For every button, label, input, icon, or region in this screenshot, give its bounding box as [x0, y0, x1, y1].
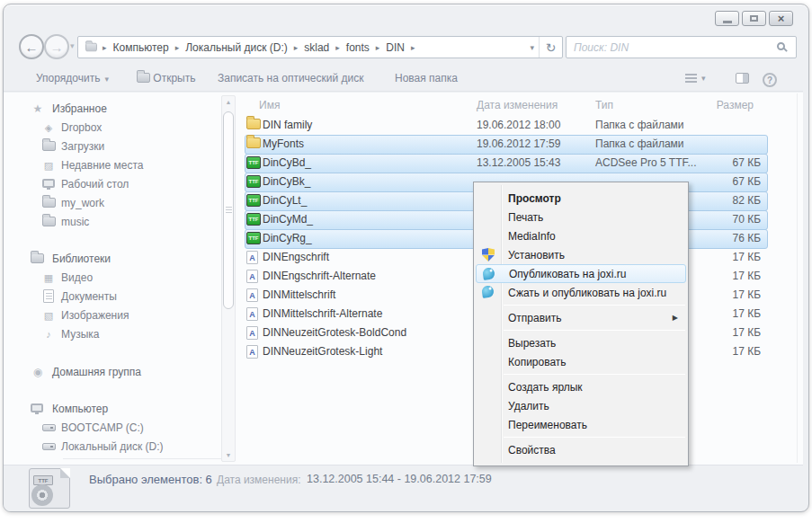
- open-folder-icon: [137, 73, 150, 83]
- preview-pane-icon: [736, 73, 749, 84]
- sidebar-item-dropbox[interactable]: ◈Dropbox: [18, 119, 218, 137]
- column-header-date[interactable]: Дата изменения: [477, 96, 558, 114]
- sidebar-divider: [63, 458, 225, 459]
- column-header-name[interactable]: Имя: [259, 96, 280, 114]
- sidebar-item-my-work[interactable]: my_work: [18, 194, 218, 213]
- breadcrumb-separator-icon: ▸: [371, 43, 385, 52]
- back-button[interactable]: ←: [19, 34, 44, 59]
- menu-item-create-shortcut[interactable]: Создать ярлык: [476, 377, 686, 396]
- menu-item-cut[interactable]: Вырезать: [476, 333, 686, 352]
- sidebar-item-music-library[interactable]: ♪Музыка: [18, 325, 218, 344]
- menu-item-copy[interactable]: Копировать: [476, 352, 686, 371]
- scroll-up-icon[interactable]: ▲: [222, 99, 235, 105]
- folder-icon: [246, 137, 261, 148]
- sidebar-item-downloads[interactable]: Загрузки: [18, 137, 218, 156]
- menu-item-mediainfo[interactable]: MediaInfo: [476, 226, 686, 245]
- forward-button[interactable]: →: [44, 34, 69, 59]
- sidebar-item-desktop[interactable]: Рабочий стол: [18, 175, 218, 194]
- file-size: 82 КБ: [689, 191, 761, 210]
- menu-item-rename[interactable]: Переименовать: [476, 415, 686, 434]
- menu-item-print[interactable]: Печать: [476, 208, 686, 226]
- menu-item-install[interactable]: Установить: [476, 245, 686, 264]
- sidebar-item-recent-places[interactable]: ▨Недавние места: [18, 156, 218, 175]
- file-size: [689, 116, 761, 135]
- column-header-size[interactable]: Размер: [689, 96, 761, 114]
- font-file-icon: A: [246, 251, 258, 264]
- font-file-icon: A: [246, 345, 258, 359]
- dropdown-icon: ▾: [104, 75, 109, 84]
- menu-item-zip-publish-joxi[interactable]: Сжать и опубликовать на joxi.ru: [476, 283, 686, 302]
- sidebar-item-music-folder[interactable]: music: [18, 213, 218, 232]
- new-folder-button[interactable]: Новая папка: [395, 65, 458, 92]
- scrollbar-thumb[interactable]: [223, 111, 234, 309]
- file-row[interactable]: DIN family 19.06.2012 18:00 Папка с файл…: [243, 116, 797, 135]
- close-button[interactable]: ×: [769, 11, 793, 26]
- search-input[interactable]: [574, 38, 767, 57]
- scroll-down-icon[interactable]: ▼: [222, 452, 235, 458]
- minimize-button[interactable]: [715, 11, 739, 26]
- recent-places-icon: ▨: [41, 156, 56, 175]
- file-size: 70 КБ: [689, 210, 761, 229]
- address-bar[interactable]: ▸ Компьютер ▸ Локальный диск (D:) ▸ skla…: [77, 36, 563, 58]
- sidebar-item-videos[interactable]: ▦Видео: [18, 269, 218, 288]
- breadcrumb-computer[interactable]: Компьютер: [112, 41, 171, 54]
- breadcrumb-disk-d[interactable]: Локальный диск (D:): [183, 41, 290, 54]
- menu-separator: [504, 374, 685, 375]
- breadcrumb-separator-icon: ▸: [290, 43, 303, 52]
- menu-item-publish-joxi[interactable]: Опубликовать на joxi.ru: [476, 264, 686, 283]
- file-size: 17 КБ: [689, 342, 761, 361]
- ttf-file-icon: TTF: [246, 213, 261, 226]
- navigation-pane: ★Избранное ◈Dropbox Загрузки ▨Недавние м…: [18, 100, 218, 457]
- file-name: DINNeuzeitGrotesk-BoldCond: [263, 324, 406, 342]
- file-name: DINEngschrift: [263, 248, 329, 267]
- sidebar-item-documents[interactable]: Документы: [18, 288, 218, 306]
- joxi-bird-icon: [482, 267, 495, 280]
- file-row-selected[interactable]: TTF DinCyBd_ 13.12.2005 15:43 ACDSee Pro…: [243, 154, 797, 173]
- preview-pane-button[interactable]: [736, 73, 749, 84]
- folder-icon: [42, 198, 56, 208]
- change-view-button[interactable]: ▾: [685, 73, 706, 83]
- breadcrumb-fonts[interactable]: fonts: [344, 41, 371, 54]
- menu-item-preview[interactable]: Просмотр: [476, 189, 686, 208]
- status-bar: TTF Выбрано элементов: 6 Дата изменения:…: [4, 465, 803, 511]
- file-name: DinCyMd_: [263, 210, 313, 229]
- open-button[interactable]: Открыть: [137, 65, 195, 92]
- breadcrumb-sklad[interactable]: sklad: [302, 41, 331, 54]
- menu-item-properties[interactable]: Свойства: [476, 440, 686, 459]
- dropdown-icon: ▾: [701, 74, 706, 83]
- sidebar-item-pictures[interactable]: ▧Изображения: [18, 306, 218, 325]
- file-name: DinCyBk_: [263, 173, 310, 191]
- menu-item-send-to[interactable]: Отправить▶: [476, 308, 686, 327]
- libraries-icon: [31, 253, 44, 263]
- burn-button[interactable]: Записать на оптический диск: [218, 65, 364, 92]
- organize-button[interactable]: Упорядочить▾: [36, 65, 109, 92]
- modified-value: 13.12.2005 15:44 - 19.06.2012 17:59: [307, 473, 492, 485]
- file-name: DINNeuzeitGrotesk-Light: [263, 342, 382, 361]
- drive-icon: [42, 443, 56, 450]
- help-button[interactable]: ?: [763, 73, 777, 87]
- video-library-icon: ▦: [41, 269, 56, 288]
- file-type: Папка с файлами: [595, 116, 684, 135]
- file-size: 67 КБ: [689, 173, 761, 191]
- recent-pages-dropdown-icon[interactable]: ▾: [70, 41, 75, 50]
- list-view-icon: [685, 73, 697, 83]
- refresh-button[interactable]: ↻: [539, 37, 562, 58]
- file-row-selected[interactable]: MyFonts 19.06.2012 17:59 Папка с файлами: [243, 135, 797, 154]
- file-name: DinCyLt_: [263, 191, 307, 210]
- sidebar-group-homegroup[interactable]: ◉Домашняя группа: [18, 363, 218, 382]
- address-history-dropdown-icon[interactable]: ▾: [530, 43, 534, 52]
- menu-item-delete[interactable]: Удалить: [476, 396, 686, 415]
- file-date: 13.12.2005 15:43: [477, 154, 560, 173]
- content-right-divider: [797, 93, 798, 463]
- sidebar-item-local-disk-d[interactable]: Локальный диск (D:): [18, 438, 218, 457]
- font-file-icon: A: [246, 288, 258, 302]
- sidebar-group-computer[interactable]: Компьютер: [18, 400, 218, 419]
- file-name: MyFonts: [263, 135, 304, 154]
- sidebar-item-bootcamp-c[interactable]: BOOTCAMP (C:): [18, 419, 218, 438]
- maximize-button[interactable]: [742, 11, 766, 26]
- sidebar-group-favorites[interactable]: ★Избранное: [18, 100, 218, 119]
- nav-pane-scrollbar[interactable]: ▲ ▼: [221, 95, 236, 462]
- breadcrumb-din[interactable]: DIN: [384, 41, 406, 54]
- column-header-type[interactable]: Тип: [595, 96, 613, 114]
- sidebar-group-libraries[interactable]: Библиотеки: [18, 250, 218, 269]
